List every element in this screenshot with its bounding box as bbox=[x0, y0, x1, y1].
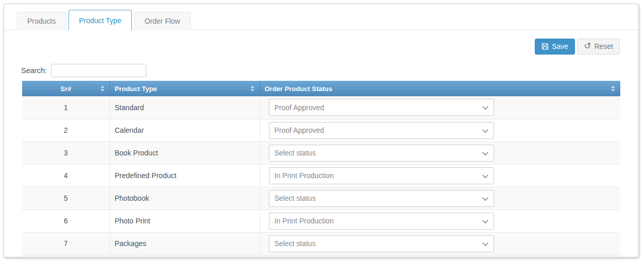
column-header-order-product-status-label: Order Product Status bbox=[265, 85, 332, 93]
column-header-sr[interactable]: Sr# bbox=[22, 81, 110, 96]
table-row: 7 Packages Select status bbox=[22, 232, 620, 255]
product-type-cell: Predefined Product bbox=[110, 164, 260, 187]
column-header-order-product-status[interactable]: Order Product Status bbox=[260, 81, 620, 96]
product-type-cell: Photobook bbox=[110, 187, 260, 210]
undo-arrow-icon: ↺ bbox=[584, 43, 591, 50]
order-product-status-select[interactable]: Select status bbox=[269, 145, 494, 162]
table-row: 1 Standard Proof Approved bbox=[22, 96, 620, 119]
product-type-cell: Standard bbox=[110, 96, 260, 119]
sr-cell: 4 bbox=[22, 164, 110, 187]
product-type-cell: Packages bbox=[110, 232, 260, 255]
reset-button-label: Reset bbox=[594, 42, 613, 51]
product-type-cell: Book Product bbox=[110, 142, 260, 164]
tab-product-type[interactable]: Product Type bbox=[69, 10, 131, 30]
status-cell: In Print Production bbox=[260, 210, 620, 232]
order-product-status-select[interactable]: In Print Production bbox=[269, 213, 494, 230]
status-cell: In Print Production bbox=[260, 164, 620, 187]
save-button-label: Save bbox=[552, 42, 568, 51]
order-product-status-select[interactable]: Select status bbox=[269, 235, 494, 252]
clipped-next-row bbox=[22, 255, 620, 258]
table-row: 3 Book Product Select status bbox=[22, 142, 620, 164]
product-type-table: Sr# Product Type Order Product Status 1 … bbox=[22, 81, 620, 255]
table-row: 6 Photo Print In Print Production bbox=[22, 210, 620, 232]
floppy-disk-icon bbox=[541, 43, 549, 50]
sort-arrows-icon bbox=[250, 85, 255, 92]
product-type-cell: Photo Print bbox=[110, 210, 260, 232]
sr-cell: 6 bbox=[22, 210, 110, 232]
sort-arrows-icon bbox=[100, 85, 105, 92]
search-label: Search: bbox=[21, 66, 47, 75]
sr-cell: 5 bbox=[22, 187, 110, 210]
column-header-product-type-label: Product Type bbox=[115, 85, 157, 93]
sr-cell: 1 bbox=[22, 96, 110, 119]
table-body: 1 Standard Proof Approved 2 Calendar Pro… bbox=[22, 96, 620, 255]
order-product-status-select[interactable]: In Print Production bbox=[269, 167, 494, 184]
order-product-status-select[interactable]: Select status bbox=[269, 190, 494, 207]
status-cell: Select status bbox=[260, 142, 620, 164]
status-cell: Proof Approved bbox=[260, 96, 620, 119]
search-row: Search: bbox=[21, 64, 638, 77]
main-panel: Products Product Type Order Flow Save ↺ … bbox=[4, 4, 639, 257]
status-cell: Select status bbox=[260, 232, 620, 255]
column-header-product-type[interactable]: Product Type bbox=[110, 81, 260, 96]
order-product-status-select[interactable]: Proof Approved bbox=[269, 99, 494, 116]
table-row: 2 Calendar Proof Approved bbox=[22, 119, 620, 142]
tab-order-flow[interactable]: Order Flow bbox=[134, 12, 191, 30]
search-input[interactable] bbox=[51, 64, 146, 77]
tab-products[interactable]: Products bbox=[17, 12, 66, 30]
tab-bar: Products Product Type Order Flow bbox=[4, 4, 638, 30]
sort-arrows-icon bbox=[611, 85, 615, 92]
product-type-cell: Calendar bbox=[110, 119, 260, 142]
table-row: 4 Predefined Product In Print Production bbox=[22, 164, 620, 187]
reset-button[interactable]: ↺ Reset bbox=[577, 39, 620, 55]
sr-cell: 2 bbox=[22, 119, 110, 142]
toolbar: Save ↺ Reset bbox=[4, 30, 638, 55]
save-button[interactable]: Save bbox=[535, 39, 575, 55]
status-cell: Select status bbox=[260, 187, 620, 210]
sr-cell: 7 bbox=[22, 232, 110, 255]
table-header-row: Sr# Product Type Order Product Status bbox=[22, 81, 620, 96]
order-product-status-select[interactable]: Proof Approved bbox=[269, 122, 494, 139]
sr-cell: 3 bbox=[22, 142, 110, 164]
column-header-sr-label: Sr# bbox=[60, 85, 71, 93]
table-row: 5 Photobook Select status bbox=[22, 187, 620, 210]
status-cell: Proof Approved bbox=[260, 119, 620, 142]
